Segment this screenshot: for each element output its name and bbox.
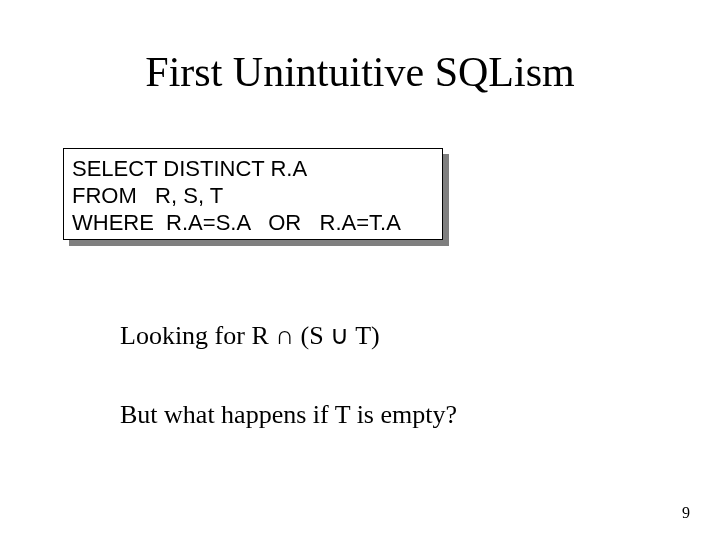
code-line-3: WHERE R.A=S.A OR R.A=T.A [72,209,434,236]
slide-title: First Unintuitive SQLism [0,48,720,96]
looking-for-text: Looking for R ∩ (S ∪ T) [120,320,380,351]
code-line-2: FROM R, S, T [72,182,434,209]
page-number: 9 [682,504,690,522]
sql-code-box: SELECT DISTINCT R.A FROM R, S, T WHERE R… [63,148,443,240]
question-text: But what happens if T is empty? [120,400,457,430]
code-line-1: SELECT DISTINCT R.A [72,155,434,182]
